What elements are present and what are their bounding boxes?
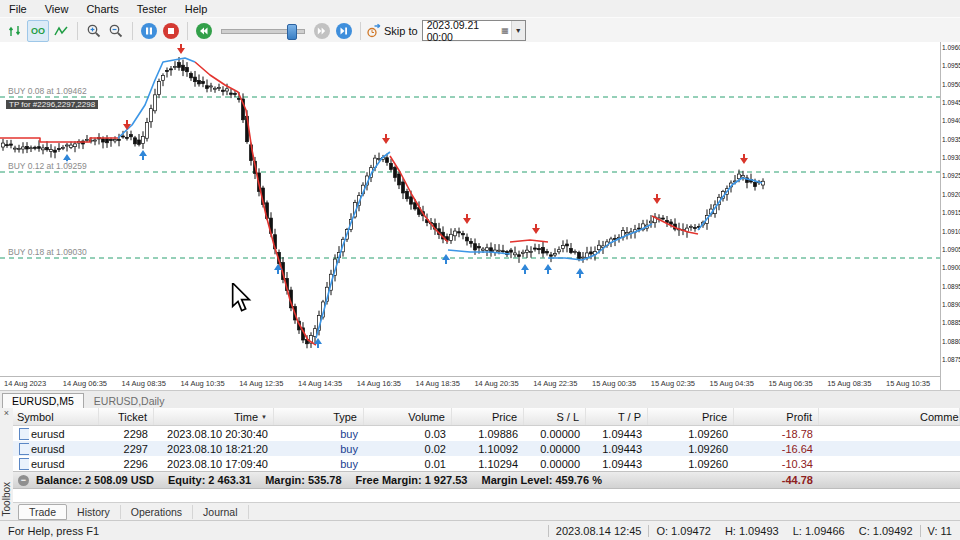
time-axis[interactable]: 14 Aug 202314 Aug 06:3514 Aug 08:3514 Au… — [0, 376, 940, 391]
price-chart[interactable]: BUY 0.08 at 1.09462BUY 0.12 at 1.09259BU… — [0, 42, 940, 376]
status-field: 2023.08.14 12:45 — [548, 525, 649, 537]
toolbar-separator — [360, 22, 361, 40]
skip-date-combobox[interactable]: 2023.09.21 00:00 ▦ ▼ — [422, 20, 526, 41]
price-axis[interactable]: 1.096001.095501.095001.094501.094001.093… — [940, 42, 960, 390]
price-axis-label: 1.09600 — [942, 44, 960, 51]
price-axis-label: 1.08900 — [942, 301, 960, 308]
column-header-comment[interactable]: Comme — [916, 408, 960, 425]
trade-row[interactable]: eurusd22972023.08.10 18:21:20buy0.021.10… — [13, 441, 960, 456]
zoom-in-icon — [86, 23, 102, 39]
cell-current-price: 1.09260 — [648, 428, 734, 440]
balance-segment: Free Margin: 1 927.53 — [356, 474, 468, 486]
cell-time: 2023.08.10 20:30:40 — [154, 428, 274, 440]
menu-bar: FileViewChartsTesterHelp — [0, 0, 960, 17]
column-header-profit[interactable]: Profit — [734, 408, 819, 425]
position-line-label: BUY 0.08 at 1.09462 — [6, 86, 89, 96]
order-icon-cell — [13, 458, 29, 470]
trend-line — [0, 58, 762, 345]
line-chart-button[interactable] — [50, 20, 72, 42]
speed-slider[interactable] — [221, 20, 305, 42]
balance-row[interactable]: −Balance: 2 508.09 USDEquity: 2 463.31Ma… — [13, 471, 960, 489]
stop-button[interactable] — [160, 20, 182, 42]
column-header-sl[interactable]: S / L — [524, 408, 586, 425]
tp-label: TP for #2296,2297,2298 — [6, 100, 98, 109]
menu-view[interactable]: View — [36, 2, 78, 16]
status-field: V: 11 — [920, 525, 959, 537]
trade-table-header[interactable]: SymbolTicketTime▼TypeVolumePriceS / LT /… — [13, 408, 960, 426]
toolbox-label: Toolbox — [1, 482, 12, 516]
trade-row[interactable]: eurusd22962023.08.10 17:09:40buy0.011.10… — [13, 456, 960, 471]
toolbox-rail: × Toolbox — [0, 408, 13, 520]
cell-type: buy — [274, 458, 364, 470]
status-ohlc-section: 2023.08.14 12:45O: 1.09472H: 1.09493L: 1… — [548, 521, 960, 540]
buy-arrow-icon — [544, 264, 552, 274]
position-line-label: BUY 0.18 at 1.09030 — [6, 247, 89, 257]
menu-tester[interactable]: Tester — [128, 2, 176, 16]
chart-tab-eurusd-daily[interactable]: EURUSD,Daily — [85, 394, 174, 409]
panel-tab-journal[interactable]: Journal — [193, 505, 248, 519]
sell-arrow-icon — [463, 214, 471, 224]
trade-row[interactable]: eurusd22982023.08.10 20:30:40buy0.031.09… — [13, 426, 960, 441]
toolbar-separator — [187, 22, 188, 40]
order-doc-icon — [19, 458, 29, 470]
status-help-text: For Help, press F1 — [0, 525, 99, 537]
price-axis-label: 1.09300 — [942, 154, 960, 161]
balance-segment: Equity: 2 463.31 — [168, 474, 251, 486]
column-header-price[interactable]: Price — [452, 408, 524, 425]
balance-segment: Margin: 535.78 — [265, 474, 341, 486]
column-header-tp[interactable]: T / P — [586, 408, 648, 425]
toolbox-close-button[interactable]: × — [0, 408, 13, 419]
restart-button[interactable] — [193, 20, 215, 42]
time-axis-label: 15 Aug 06:35 — [768, 379, 812, 388]
column-header-spacer[interactable] — [819, 408, 916, 425]
time-axis-label: 14 Aug 22:35 — [533, 379, 577, 388]
dropdown-arrow-icon[interactable]: ▼ — [511, 21, 525, 40]
time-axis-label: 14 Aug 06:35 — [63, 379, 107, 388]
panel-tab-operations[interactable]: Operations — [121, 505, 193, 519]
buy-arrow-icon — [139, 150, 147, 160]
menu-charts[interactable]: Charts — [77, 2, 127, 16]
price-axis-label: 1.09400 — [942, 117, 960, 124]
price-axis-label: 1.09150 — [942, 209, 960, 216]
price-axis-label: 1.09100 — [942, 228, 960, 235]
cell-symbol: eurusd — [29, 443, 99, 455]
menu-file[interactable]: File — [0, 2, 36, 16]
tick-arrows-button[interactable] — [4, 20, 26, 42]
sell-arrow-icon — [123, 120, 131, 130]
slider-handle[interactable] — [287, 24, 297, 40]
price-axis-label: 1.09350 — [942, 136, 960, 143]
order-doc-icon — [19, 443, 29, 455]
sort-arrow-icon: ▼ — [261, 414, 267, 420]
tick-arrows-icon — [7, 23, 23, 39]
column-header-symbol[interactable]: Symbol — [13, 408, 99, 425]
column-header-type[interactable]: Type — [274, 408, 364, 425]
zoom-out-button[interactable] — [105, 20, 127, 42]
balance-segment: Balance: 2 508.09 USD — [36, 474, 154, 486]
pause-button[interactable] — [138, 20, 160, 42]
toolbar: OO — [0, 17, 960, 44]
cell-price: 1.10294 — [452, 458, 524, 470]
sell-arrow-icon — [740, 154, 748, 164]
menu-help[interactable]: Help — [176, 2, 217, 16]
time-axis-label: 14 Aug 18:35 — [416, 379, 460, 388]
zoom-in-button[interactable] — [83, 20, 105, 42]
column-header-time[interactable]: Time▼ — [154, 408, 274, 425]
zoom-out-icon — [108, 23, 124, 39]
skip-to-end-button[interactable] — [333, 20, 355, 42]
column-header-close-price[interactable]: Price — [648, 408, 734, 425]
cell-type: buy — [274, 428, 364, 440]
price-axis-label: 1.08950 — [942, 283, 960, 290]
bars-toggle-button[interactable]: OO — [27, 20, 49, 42]
time-axis-label: 14 Aug 20:35 — [474, 379, 518, 388]
sell-arrow-icon — [177, 44, 185, 54]
column-header-volume[interactable]: Volume — [364, 408, 452, 425]
chart-panel: BUY 0.08 at 1.09462BUY 0.12 at 1.09259BU… — [0, 42, 960, 390]
chart-tab-eurusd-m5[interactable]: EURUSD,M5 — [2, 393, 84, 409]
panel-tab-trade[interactable]: Trade — [18, 504, 67, 520]
price-axis-label: 1.09550 — [942, 62, 960, 69]
panel-tab-history[interactable]: History — [67, 505, 121, 519]
cell-ticket: 2297 — [99, 443, 154, 455]
cell-profit: -10.34 — [734, 458, 819, 470]
column-header-ticket[interactable]: Ticket — [99, 408, 154, 425]
chart-tab-bar: EURUSD,M5EURUSD,Daily — [0, 390, 960, 410]
